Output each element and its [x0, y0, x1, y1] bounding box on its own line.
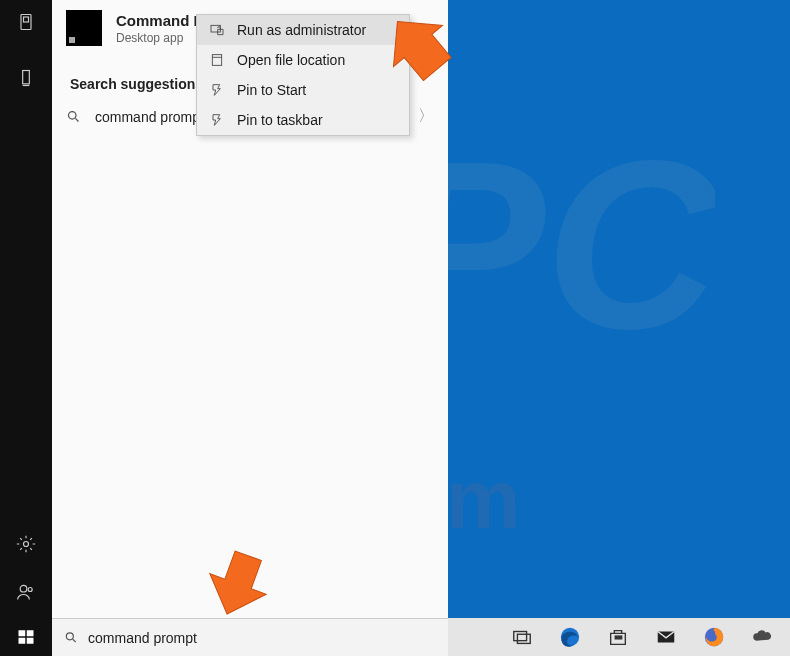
- chevron-right-icon: 〉: [418, 106, 434, 127]
- start-button[interactable]: [0, 618, 52, 656]
- context-menu: Run as administrator Open file location …: [196, 14, 410, 136]
- task-view-icon[interactable]: [502, 618, 542, 656]
- svg-rect-28: [615, 636, 618, 639]
- ctx-open-file-location[interactable]: Open file location: [197, 45, 409, 75]
- svg-line-15: [75, 118, 78, 121]
- svg-rect-22: [27, 638, 34, 644]
- search-icon: [64, 630, 78, 645]
- svg-rect-19: [19, 630, 26, 636]
- onedrive-icon[interactable]: [742, 618, 782, 656]
- svg-point-12: [20, 585, 27, 592]
- ctx-pin-taskbar-label: Pin to taskbar: [237, 112, 323, 128]
- svg-rect-25: [514, 632, 527, 641]
- ctx-run-as-admin[interactable]: Run as administrator: [197, 15, 409, 45]
- suggestion-text: command prompt: [95, 109, 204, 125]
- start-sidebar: [0, 0, 52, 618]
- svg-rect-29: [619, 636, 622, 639]
- svg-rect-9: [23, 71, 30, 84]
- sidebar-settings-icon[interactable]: [16, 534, 36, 558]
- ctx-open-loc-label: Open file location: [237, 52, 345, 68]
- cmd-icon: [66, 10, 102, 46]
- svg-rect-8: [24, 17, 29, 22]
- svg-point-23: [66, 633, 73, 640]
- svg-rect-21: [19, 638, 26, 644]
- ctx-pin-start-label: Pin to Start: [237, 82, 306, 98]
- search-icon: [66, 109, 81, 124]
- mail-icon[interactable]: [646, 618, 686, 656]
- store-icon[interactable]: [598, 618, 638, 656]
- sidebar-server-icon[interactable]: [16, 68, 36, 92]
- svg-point-14: [69, 112, 77, 120]
- svg-point-11: [24, 542, 29, 547]
- taskbar: [0, 618, 790, 656]
- firefox-icon[interactable]: [694, 618, 734, 656]
- ctx-pin-to-taskbar[interactable]: Pin to taskbar: [197, 105, 409, 135]
- search-input[interactable]: [88, 630, 436, 646]
- sidebar-people-icon[interactable]: [16, 582, 36, 606]
- ctx-run-as-admin-label: Run as administrator: [237, 22, 366, 38]
- sidebar-tablet-icon[interactable]: [16, 12, 36, 36]
- svg-rect-20: [27, 630, 34, 636]
- edge-icon[interactable]: [550, 618, 590, 656]
- svg-rect-17: [212, 55, 221, 66]
- taskbar-searchbox[interactable]: [52, 618, 448, 656]
- svg-point-13: [28, 588, 32, 592]
- taskbar-tray: [502, 618, 790, 656]
- svg-line-24: [73, 639, 76, 642]
- svg-rect-26: [517, 634, 530, 643]
- ctx-pin-to-start[interactable]: Pin to Start: [197, 75, 409, 105]
